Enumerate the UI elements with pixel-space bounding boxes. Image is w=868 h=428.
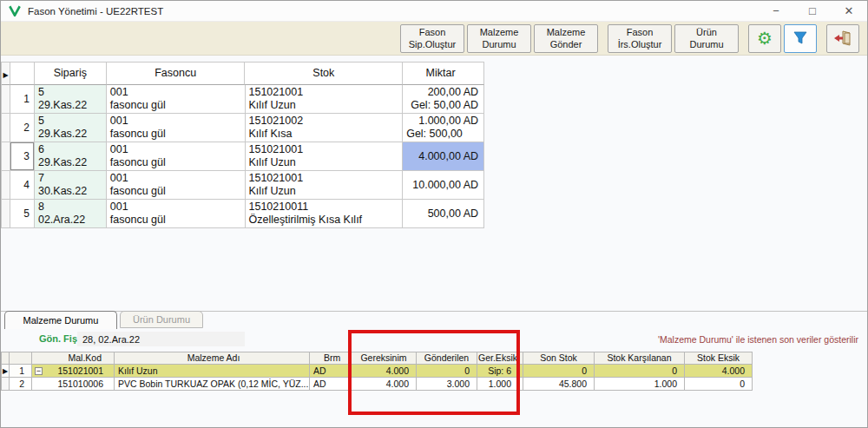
table-row[interactable]: 4 730.Kas.22 001fasoncu gül 151021001Kıl… <box>2 171 484 200</box>
table-row[interactable]: 2 151010006 PVC Bobin TURKUAZ OPAK (0,12… <box>2 378 753 391</box>
cell-stok[interactable]: 151021001Kılıf Uzun <box>246 171 404 200</box>
row-number-header <box>10 63 35 85</box>
header-stok-eksik[interactable]: Stok Eksik <box>685 352 753 365</box>
cell-siparis[interactable]: 529.Kas.22 <box>35 85 107 114</box>
cell-siparis[interactable]: 730.Kas.22 <box>35 171 107 200</box>
cell-stok-karsilanan[interactable]: 1.000 <box>595 378 685 391</box>
header-siparis[interactable]: Sipariş <box>35 63 107 85</box>
malzeme-gonder-button[interactable]: Malzeme Gönder <box>534 24 598 53</box>
close-button[interactable]: ✕ <box>831 1 867 21</box>
window-controls: − □ ✕ <box>758 1 867 21</box>
row-number[interactable]: 3 <box>10 142 35 171</box>
cell-son-stok[interactable]: 0 <box>523 365 595 378</box>
exit-button[interactable] <box>826 24 859 53</box>
gon-fis-label: Gön. Fiş <box>39 333 77 344</box>
urun-durumu-button[interactable]: Ürün Durumu <box>674 24 739 53</box>
cell-gonderilen[interactable]: 3.000 <box>417 378 477 391</box>
malzeme-durumu-button[interactable]: Malzeme Durumu <box>467 24 531 53</box>
cell-fasoncu[interactable]: 001fasoncu gül <box>107 171 246 200</box>
tab-malzeme-durumu[interactable]: Malzeme Durumu <box>4 311 117 329</box>
record-pointer-icon: ▶ <box>3 365 8 376</box>
row-number[interactable]: 1 <box>10 85 35 114</box>
gear-icon: ⚙ <box>757 30 773 47</box>
cell-ger-eksik[interactable]: 1.000 <box>477 378 519 391</box>
settings-button[interactable]: ⚙ <box>748 24 781 53</box>
filter-button[interactable] <box>784 24 817 53</box>
row-number[interactable]: 2 <box>10 114 35 142</box>
orders-table: ▶ Sipariş Fasoncu Stok Miktar 1 529.Kas.… <box>1 62 484 228</box>
table-row[interactable]: 5 802.Ara.22 001fasoncu gül 1510210011Öz… <box>2 200 484 228</box>
cell-miktar-selected[interactable]: 4.000,00 AD <box>403 142 484 171</box>
collapse-icon[interactable]: − <box>35 367 43 375</box>
cell-ger-eksik[interactable]: Sip: 6 <box>477 365 519 378</box>
filter-funnel-icon <box>792 30 808 46</box>
row-number[interactable]: 4 <box>10 171 35 200</box>
material-table-header: Mal.Kod Malzeme Adı Brm Gereksinim Gönde… <box>2 352 753 365</box>
orders-table-body: 1 529.Kas.22 001fasoncu gül 151021001Kıl… <box>2 85 484 228</box>
cell-gereksinim[interactable]: 4.000 <box>352 378 417 391</box>
cell-stok-karsilanan[interactable]: 0 <box>595 365 685 378</box>
cell-miktar[interactable]: 1.000,00 ADGel: 500,00 AD <box>403 114 484 142</box>
maximize-button[interactable]: □ <box>794 1 831 21</box>
cell-fasoncu[interactable]: 001fasoncu gül <box>107 85 246 114</box>
cell-stok[interactable]: 151021002Kılıf Kısa <box>246 114 404 142</box>
header-brm[interactable]: Brm <box>310 352 352 365</box>
row-number[interactable]: 5 <box>10 200 35 228</box>
header-stok-karsilanan[interactable]: Stok Karşılanan <box>595 352 685 365</box>
cell-fasoncu[interactable]: 001fasoncu gül <box>107 142 246 171</box>
gon-fis-field[interactable]: 28, 02.Ara.22 <box>77 332 245 346</box>
cell-stok[interactable]: 1510210011Özelleştirilmiş Kısa Kılıf <box>246 200 404 228</box>
cell-siparis[interactable]: 802.Ara.22 <box>35 200 107 228</box>
cell-fasoncu[interactable]: 001fasoncu gül <box>107 200 246 228</box>
fason-irs-olustur-button[interactable]: Fason İrs.Oluştur <box>608 24 672 53</box>
cell-mal-kod[interactable]: − 151021001 <box>32 365 115 378</box>
status-hint-text: 'Malzeme Durumu' ile istenen son veriler… <box>658 334 858 345</box>
app-logo-icon <box>9 5 21 16</box>
cell-stok[interactable]: 151021001Kılıf Uzun <box>246 85 404 114</box>
cell-brm[interactable]: AD <box>310 365 352 378</box>
window-title: Fason Yönetimi - UE22RTEST <box>28 6 163 16</box>
title-bar: Fason Yönetimi - UE22RTEST − □ ✕ <box>1 1 867 22</box>
minimize-button[interactable]: − <box>758 1 794 21</box>
material-table: Mal.Kod Malzeme Adı Brm Gereksinim Gönde… <box>1 352 753 391</box>
table-row[interactable]: 2 529.Kas.22 001fasoncu gül 151021002Kıl… <box>2 114 484 142</box>
cell-fasoncu[interactable]: 001fasoncu gül <box>107 114 246 142</box>
fason-sip-olustur-button[interactable]: Fason Sip.Oluştur <box>400 24 464 53</box>
row-number[interactable]: 1 <box>10 365 32 378</box>
table-row-selected[interactable]: 3 629.Kas.22 001fasoncu gül 151021001Kıl… <box>2 142 484 171</box>
cell-brm[interactable]: AD <box>310 378 352 391</box>
cell-son-stok[interactable]: 45.800 <box>523 378 595 391</box>
toolbar: Fason Sip.Oluştur Malzeme Durumu Malzeme… <box>1 22 867 56</box>
cell-siparis[interactable]: 629.Kas.22 <box>35 142 107 171</box>
cell-gereksinim[interactable]: 4.000 <box>352 365 417 378</box>
exit-door-icon <box>833 30 852 47</box>
orders-table-header: ▶ Sipariş Fasoncu Stok Miktar <box>2 63 484 85</box>
cell-miktar[interactable]: 10.000,00 AD <box>403 171 484 200</box>
header-mal-kod[interactable]: Mal.Kod <box>32 352 115 365</box>
cell-miktar[interactable]: 200,00 ADGel: 50,00 AD <box>403 85 484 114</box>
header-miktar[interactable]: Miktar <box>403 63 484 85</box>
header-son-stok[interactable]: Son Stok <box>523 352 595 365</box>
header-fasoncu[interactable]: Fasoncu <box>107 63 246 85</box>
header-ger-eksik[interactable]: Ger.Eksik <box>477 352 519 365</box>
cell-malzeme-adi[interactable]: Kılıf Uzun <box>115 365 310 378</box>
app-window: Fason Yönetimi - UE22RTEST − □ ✕ Fason S… <box>0 0 868 428</box>
header-malzeme-adi[interactable]: Malzeme Adı <box>115 352 310 365</box>
tab-urun-durumu[interactable]: Ürün Durumu <box>120 311 203 328</box>
record-pointer-cell: ▶ <box>2 63 10 85</box>
cell-stok[interactable]: 151021001Kılıf Uzun <box>246 142 404 171</box>
record-pointer-icon: ▶ <box>3 68 8 80</box>
row-number[interactable]: 2 <box>10 378 32 391</box>
table-row[interactable]: 1 529.Kas.22 001fasoncu gül 151021001Kıl… <box>2 85 484 114</box>
cell-stok-eksik[interactable]: 0 <box>685 378 753 391</box>
cell-miktar[interactable]: 500,00 AD <box>403 200 484 228</box>
header-gereksinim[interactable]: Gereksinim <box>352 352 417 365</box>
cell-siparis[interactable]: 529.Kas.22 <box>35 114 107 142</box>
cell-mal-kod[interactable]: 151010006 <box>32 378 115 391</box>
header-stok[interactable]: Stok <box>245 63 403 85</box>
header-gonderilen[interactable]: Gönderilen <box>417 352 477 365</box>
table-row-highlighted[interactable]: ▶ 1 − 151021001 Kılıf Uzun AD 4.000 0 Si… <box>2 365 753 378</box>
cell-gonderilen[interactable]: 0 <box>417 365 477 378</box>
cell-malzeme-adi[interactable]: PVC Bobin TURKUAZ OPAK (0,12 MİC, YÜZ... <box>115 378 310 391</box>
cell-stok-eksik[interactable]: 4.000 <box>685 365 753 378</box>
